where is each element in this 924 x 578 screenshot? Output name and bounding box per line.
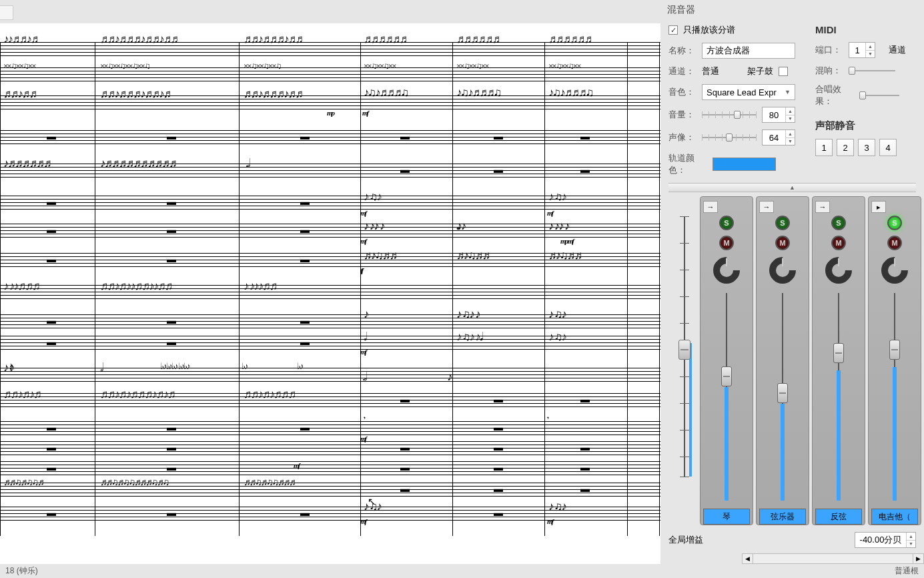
- score-tab[interactable]: [0, 5, 13, 20]
- mute-header: 声部静音: [815, 119, 916, 132]
- spin-down-icon[interactable]: ▼: [786, 137, 795, 146]
- pan-label: 声像：: [668, 131, 697, 143]
- pan-knob[interactable]: [881, 257, 908, 284]
- volume-spinbox[interactable]: ▲▼: [762, 107, 795, 123]
- channel-expand-button[interactable]: →: [815, 201, 830, 213]
- play-only-label: 只播放该分谱: [683, 24, 735, 36]
- pan-slider[interactable]: [702, 132, 757, 143]
- spin-up-icon[interactable]: ▲: [786, 107, 795, 115]
- port-label: 端口：: [815, 44, 843, 56]
- sound-value: Square Lead Expr: [707, 87, 777, 97]
- mixer-hscrollbar[interactable]: ◀ ▶: [742, 553, 924, 564]
- channel-value: 普通: [702, 65, 742, 77]
- reverb-slider[interactable]: [849, 65, 895, 76]
- mute-button[interactable]: M: [775, 236, 790, 250]
- score-sheet[interactable]: ♪♪♬♬♪♬ ♬♬♪♬♬♬♪♬♬♪♬♬ ♬♬♪♬♬♬♪♬♬ ♬♬♬♬♬♬ ♬♬♬…: [0, 23, 660, 564]
- solo-button[interactable]: S: [719, 216, 734, 230]
- channel-fader[interactable]: [888, 293, 901, 501]
- mute-voice-4[interactable]: 4: [879, 139, 897, 156]
- channel-expand-button[interactable]: →: [759, 201, 774, 213]
- spin-up-icon[interactable]: ▲: [866, 43, 875, 50]
- channel-strip: → S M 反弦: [812, 196, 865, 525]
- mixer-panel: 混音器 只播放该分谱 名称： 通道： 普通 架子鼓 音色： Square Lea…: [660, 0, 924, 564]
- spin-down-icon[interactable]: ▼: [866, 50, 875, 58]
- pan-knob[interactable]: [825, 257, 852, 284]
- master-strip: [668, 196, 700, 525]
- global-gain-label: 全局增益: [668, 534, 703, 546]
- mute-voice-3[interactable]: 3: [858, 139, 875, 156]
- channel2-label: 通道: [889, 44, 906, 56]
- spin-down-icon[interactable]: ▼: [907, 540, 915, 548]
- play-only-checkbox[interactable]: [668, 25, 678, 35]
- spin-up-icon[interactable]: ▲: [786, 130, 795, 137]
- cursor-icon: ↖: [368, 496, 376, 507]
- channel-label[interactable]: 电吉他（: [871, 509, 918, 525]
- mute-voice-2[interactable]: 2: [837, 139, 854, 156]
- mixer-strips: → S M 琴 → S M 弦乐器 → S M 反弦 ▸ S M: [660, 192, 924, 529]
- channel-label[interactable]: 反弦: [815, 509, 862, 525]
- channel-fader[interactable]: [776, 293, 789, 501]
- mixer-title: 混音器: [660, 0, 924, 20]
- channel-expand-button[interactable]: ▸: [871, 201, 886, 213]
- expand-toggle[interactable]: ▲: [668, 183, 916, 192]
- port-spinbox[interactable]: ▲▼: [849, 42, 875, 58]
- channel-label[interactable]: 琴: [703, 509, 750, 525]
- volume-label: 音量：: [668, 109, 697, 121]
- score-area[interactable]: ♪♪♬♬♪♬ ♬♬♪♬♬♬♪♬♬♪♬♬ ♬♬♪♬♬♬♪♬♬ ♬♬♬♬♬♬ ♬♬♬…: [0, 0, 660, 564]
- pan-knob[interactable]: [713, 257, 740, 284]
- mute-button[interactable]: M: [831, 236, 846, 250]
- sound-combobox[interactable]: Square Lead Expr ▼: [702, 84, 795, 100]
- reverb-label: 混响：: [815, 65, 843, 77]
- pan-knob[interactable]: [769, 257, 796, 284]
- master-fader[interactable]: [684, 216, 685, 477]
- mute-voice-1[interactable]: 1: [815, 139, 833, 156]
- solo-button[interactable]: S: [831, 216, 846, 230]
- channel-strip: → S M 弦乐器: [756, 196, 809, 525]
- channel-fader[interactable]: [832, 293, 845, 501]
- status-bar: 18 (钟乐) 普通根: [0, 564, 924, 578]
- track-color-label: 轨道颜色：: [668, 152, 707, 176]
- pan-spinbox[interactable]: ▲▼: [762, 129, 795, 146]
- solo-button[interactable]: S: [887, 216, 902, 230]
- mute-button[interactable]: M: [887, 236, 902, 250]
- drumset-label: 架子鼓: [747, 65, 773, 77]
- chorus-slider[interactable]: [859, 90, 899, 101]
- mute-button[interactable]: M: [719, 236, 734, 250]
- scroll-left-icon[interactable]: ◀: [743, 554, 753, 563]
- volume-slider[interactable]: [702, 109, 757, 120]
- name-label: 名称：: [668, 45, 697, 57]
- track-color-swatch[interactable]: [713, 158, 776, 171]
- global-gain-spinbox[interactable]: ▲▼: [855, 532, 916, 548]
- midi-header: MIDI: [815, 24, 916, 35]
- channel-label: 通道：: [668, 65, 697, 77]
- chevron-down-icon: ▼: [785, 89, 791, 95]
- status-left: 18 (钟乐): [5, 565, 38, 577]
- channel-strip: ▸ S M 电吉他（: [868, 196, 921, 525]
- channel-strip: → S M 琴: [700, 196, 753, 525]
- drumset-checkbox[interactable]: [779, 67, 788, 76]
- channel-label[interactable]: 弦乐器: [759, 509, 806, 525]
- channel-fader[interactable]: [720, 293, 733, 501]
- status-right: 普通根: [895, 565, 919, 577]
- channel-expand-button[interactable]: →: [703, 201, 718, 213]
- chorus-label: 合唱效果：: [815, 83, 854, 107]
- spin-up-icon[interactable]: ▲: [907, 533, 915, 540]
- sound-label: 音色：: [668, 86, 697, 98]
- solo-button[interactable]: S: [775, 216, 790, 230]
- name-input[interactable]: [702, 43, 795, 59]
- spin-down-icon[interactable]: ▼: [786, 115, 795, 123]
- scroll-right-icon[interactable]: ▶: [913, 554, 923, 563]
